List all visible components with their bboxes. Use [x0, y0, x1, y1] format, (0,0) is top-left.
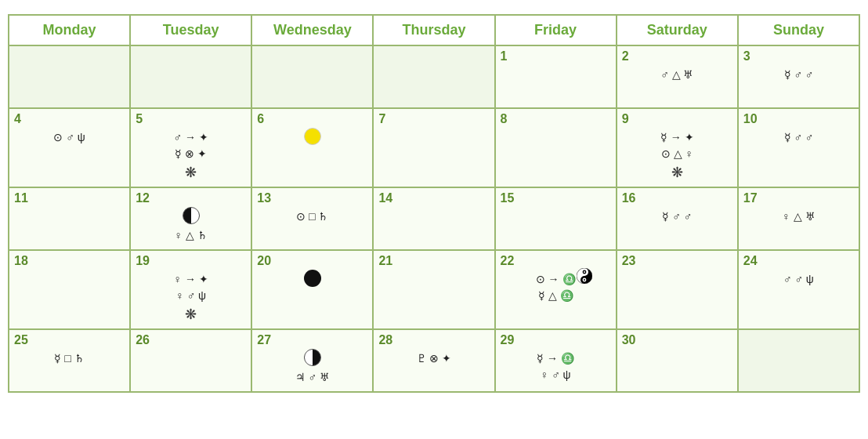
calendar-cell: 26	[130, 329, 251, 392]
header-thursday: Thursday	[373, 15, 494, 45]
day-number: 23	[622, 254, 732, 268]
astro-content: ☿ ♂ ♂	[743, 129, 854, 146]
day-number: 12	[136, 191, 246, 205]
astro-content: ☿ □ ♄	[14, 350, 125, 367]
astro-symbol-extra: ❋	[671, 165, 683, 180]
astro-content: ☿ → ✦⊙ △ ♀ ❋	[622, 129, 732, 183]
header-tuesday: Tuesday	[130, 15, 251, 45]
astro-content: ⊙ → ♎☿ △ ♎	[501, 271, 611, 304]
calendar-cell: 10☿ ♂ ♂	[738, 108, 859, 187]
astro-symbol-extra: ❋	[185, 165, 197, 180]
week-row-4: 25☿ □ ♄2627♃ ♂ ♅28♇ ⊗ ✦29☿ → ♎♀ ♂ ψ30	[9, 329, 859, 392]
day-number: 14	[378, 191, 489, 205]
astro-content: ⊙ □ ♄	[257, 209, 367, 225]
calendar-cell: 21	[373, 250, 494, 329]
calendar-cell: 29☿ → ♎♀ ♂ ψ	[495, 329, 617, 392]
calendar-cell: 5♂ → ✦☿ ⊗ ✦ ❋	[130, 108, 251, 187]
day-number: 17	[743, 191, 854, 205]
calendar-cell	[251, 45, 373, 108]
day-number: 10	[743, 112, 854, 126]
day-number: 28	[378, 333, 489, 347]
calendar-cell: 7	[373, 108, 494, 187]
calendar-cell: 28♇ ⊗ ✦	[373, 329, 494, 392]
day-number: 15	[501, 191, 611, 205]
day-number: 3	[743, 49, 854, 63]
yin-yang-icon	[577, 268, 592, 284]
calendar-cell: 13⊙ □ ♄	[251, 187, 373, 250]
moon-new-icon	[304, 270, 321, 287]
astro-content: ♀ → ✦♀ ♂ ψ ❋	[136, 271, 246, 325]
calendar-cell	[9, 45, 130, 108]
day-number: 16	[622, 191, 732, 205]
day-number: 22	[501, 254, 611, 268]
header-wednesday: Wednesday	[251, 15, 373, 45]
day-number: 5	[136, 112, 246, 126]
astro-content: ♂ ♂ ψ	[743, 271, 854, 288]
calendar-cell: 25☿ □ ♄	[9, 329, 130, 392]
page-wrapper: MondayTuesdayWednesdayThursdayFridaySatu…	[0, 0, 868, 400]
day-number: 11	[14, 191, 125, 205]
astro-content: ☿ ♂ ♂	[743, 67, 854, 83]
calendar-cell: 9☿ → ✦⊙ △ ♀ ❋	[617, 108, 738, 187]
moon-last-quarter-icon	[304, 349, 321, 366]
astro-content: ♂ → ✦☿ ⊗ ✦ ❋	[136, 129, 246, 183]
calendar-cell: 4⊙ ♂ ψ	[9, 108, 130, 187]
day-number: 1	[501, 49, 611, 63]
calendar-cell	[738, 329, 859, 392]
calendar-cell: 1	[495, 45, 617, 108]
calendar-cell: 6	[251, 108, 373, 187]
calendar-cell: 8	[495, 108, 617, 187]
astro-content: ♂ △ ♅	[622, 67, 732, 83]
calendar-cell: 11	[9, 187, 130, 250]
week-row-0: 12♂ △ ♅3☿ ♂ ♂	[9, 45, 859, 108]
moon-first-quarter-icon	[183, 207, 200, 224]
week-row-2: 1112♀ △ ♄13⊙ □ ♄141516☿ ♂ ♂17♀ △ ♅	[9, 187, 859, 250]
calendar-cell: 2♂ △ ♅	[617, 45, 738, 108]
day-number: 4	[14, 112, 125, 126]
calendar-cell: 18	[9, 250, 130, 329]
astro-content: ☿ → ♎♀ ♂ ψ	[501, 350, 611, 383]
astro-content: ☿ ♂ ♂	[622, 209, 732, 225]
day-number: 29	[501, 333, 611, 347]
astro-content: ♀ △ ♄	[136, 227, 246, 244]
calendar-cell: 23	[617, 250, 738, 329]
header-friday: Friday	[495, 15, 617, 45]
calendar-cell: 30	[617, 329, 738, 392]
day-number: 6	[257, 112, 367, 126]
astro-content: ⊙ ♂ ψ	[14, 129, 125, 146]
calendar-cell: 3☿ ♂ ♂	[738, 45, 859, 108]
day-number: 21	[378, 254, 489, 268]
astro-content: ♀ △ ♅	[743, 209, 854, 225]
calendar-cell: 16☿ ♂ ♂	[617, 187, 738, 250]
day-number: 26	[136, 333, 246, 347]
svg-point-4	[584, 279, 585, 281]
day-number: 27	[257, 333, 367, 347]
calendar-cell: 24♂ ♂ ψ	[738, 250, 859, 329]
day-number: 20	[257, 254, 367, 268]
calendar-cell: 14	[373, 187, 494, 250]
astro-content: ♃ ♂ ♅	[257, 369, 367, 386]
day-number: 25	[14, 333, 125, 347]
day-number: 24	[743, 254, 854, 268]
svg-point-3	[584, 271, 585, 273]
header-monday: Monday	[9, 15, 130, 45]
day-number: 8	[501, 112, 611, 126]
header-saturday: Saturday	[617, 15, 738, 45]
calendar-table: MondayTuesdayWednesdayThursdayFridaySatu…	[8, 14, 860, 393]
astro-symbol-extra: ❋	[185, 307, 197, 322]
header-row: MondayTuesdayWednesdayThursdayFridaySatu…	[9, 15, 859, 45]
moon-full-icon	[304, 128, 321, 145]
day-number: 7	[378, 112, 489, 126]
calendar-cell: 20	[251, 250, 373, 329]
calendar-cell: 19♀ → ✦♀ ♂ ψ ❋	[130, 250, 251, 329]
astro-content: ♇ ⊗ ✦	[378, 350, 489, 367]
calendar-cell: 22 ⊙ → ♎☿ △ ♎	[495, 250, 617, 329]
week-row-1: 4⊙ ♂ ψ5♂ → ✦☿ ⊗ ✦ ❋6789☿ → ✦⊙ △ ♀ ❋10☿ ♂…	[9, 108, 859, 187]
day-number: 18	[14, 254, 125, 268]
day-number: 9	[622, 112, 732, 126]
calendar-cell	[130, 45, 251, 108]
calendar-cell: 17♀ △ ♅	[738, 187, 859, 250]
week-row-3: 1819♀ → ✦♀ ♂ ψ ❋202122 ⊙ → ♎☿ △ ♎2324♂ ♂…	[9, 250, 859, 329]
calendar-cell: 27♃ ♂ ♅	[251, 329, 373, 392]
calendar-cell: 15	[495, 187, 617, 250]
